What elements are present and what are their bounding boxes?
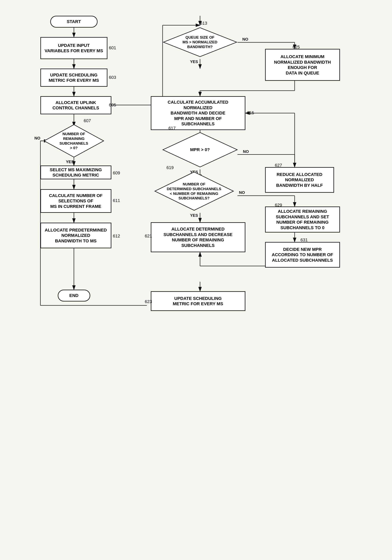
ref-601: 601 [109,45,116,50]
node-621-label: ALLOCATE DETERMINED SUBCHANNELS AND DECR… [164,226,232,248]
node-601-label: UPDATE INPUT VARIABLES FOR EVERY MS [45,43,103,54]
ref-619: 619 [167,165,174,170]
node-625-label: ALLOCATE MINIMUM NORMALIZED BANDWIDTH EN… [274,54,331,76]
label-607-yes: YES [66,160,74,164]
label-619-no: NO [239,190,245,195]
ref-612: 612 [113,233,120,239]
node-623: UPDATE SCHEDULING METRIC FOR EVERY MS [151,291,245,311]
node-629-label: ALLOCATE REMAINING SUBCHANNELS AND SET N… [276,209,329,230]
end-label: END [69,293,79,298]
node-617: MPR > 0? [159,130,241,170]
node-611-label: CALCULATE NUMBER OF SELECTIONS OF MS IN … [49,193,102,209]
node-621: ALLOCATE DETERMINED SUBCHANNELS AND DECR… [151,222,245,252]
ref-631: 631 [301,237,308,243]
node-631: DECIDE NEW MPR ACCORDING TO NUMBER OF AL… [265,242,340,268]
label-619-yes: YES [190,213,198,218]
node-619: NUMBER OF DETERMINED SUBCHANNELS < NUMBE… [151,170,238,213]
node-631-label: DECIDE NEW MPR ACCORDING TO NUMBER OF AL… [272,247,333,263]
label-613-yes: YES [190,60,198,64]
node-613: QUEUE SIZE OF MS > NORMALIZED BANDWIDTH? [159,25,241,59]
ref-623: 623 [145,299,152,304]
node-609-label: SELECT MS MAXIMIZING SCHEDULING METRIC [50,167,102,178]
ref-629: 629 [275,203,282,208]
node-603-label: UPDATE SCHEDULING METRIC FOR EVERY MS [49,72,99,83]
node-617-label: MPR > 0? [169,147,231,152]
ref-627: 627 [275,163,282,168]
node-613-label: QUEUE SIZE OF MS > NORMALIZED BANDWIDTH? [169,35,231,49]
node-601: UPDATE INPUT VARIABLES FOR EVERY MS [40,37,107,59]
ref-607: 607 [84,118,91,123]
label-617-no: NO [243,149,249,154]
node-609: SELECT MS MAXIMIZING SCHEDULING METRIC [40,166,111,179]
node-625: ALLOCATE MINIMUM NORMALIZED BANDWIDTH EN… [265,49,340,81]
node-615-label: CALCULATE ACCUMULATED NORMALIZED BANDWID… [168,100,228,127]
node-605-label: ALLOCATE UPLINK CONTROL CHANNELS [52,100,99,111]
ref-625: 625 [293,45,300,50]
ref-617: 617 [169,126,176,131]
arrows-svg [29,8,364,552]
flowchart: START UPDATE INPUT VARIABLES FOR EVERY M… [29,8,364,552]
ref-603: 603 [109,75,116,80]
node-627: REDUCE ALLOCATED NORMALIZED BANDWIDTH BY… [265,167,334,193]
start-label: START [67,19,81,24]
ref-609: 609 [113,170,120,176]
end-node: END [58,290,90,301]
node-607-label: NUMBER OF REMAINING SUBCHANNELS > 0? [49,132,99,150]
label-613-no: NO [242,37,248,41]
start-node: START [50,16,98,28]
diagram-container: START UPDATE INPUT VARIABLES FOR EVERY M… [29,8,364,552]
ref-605: 605 [109,102,116,108]
node-629: ALLOCATE REMAINING SUBCHANNELS AND SET N… [265,207,340,232]
ref-613: 613 [200,21,207,26]
node-627-label: REDUCE ALLOCATED NORMALIZED BANDWIDTH BY… [276,172,323,188]
node-619-label: NUMBER OF DETERMINED SUBCHANNELS < NUMBE… [161,182,227,200]
node-615: CALCULATE ACCUMULATED NORMALIZED BANDWID… [151,96,245,130]
node-607: NUMBER OF REMAINING SUBCHANNELS > 0? [40,122,107,160]
ref-611: 611 [113,198,120,203]
node-612: ALLOCATE PREDETERMINED NORMALIZED BANDWI… [40,223,111,248]
label-607-no: NO [34,136,40,140]
node-605: ALLOCATE UPLINK CONTROL CHANNELS [40,96,111,114]
node-623-label: UPDATE SCHEDULING METRIC FOR EVERY MS [173,296,223,307]
node-612-label: ALLOCATE PREDETERMINED NORMALIZED BANDWI… [45,227,107,244]
ref-615: 615 [247,110,254,115]
node-603: UPDATE SCHEDULING METRIC FOR EVERY MS [40,69,107,87]
node-611: CALCULATE NUMBER OF SELECTIONS OF MS IN … [40,189,111,213]
ref-621: 621 [145,233,152,239]
